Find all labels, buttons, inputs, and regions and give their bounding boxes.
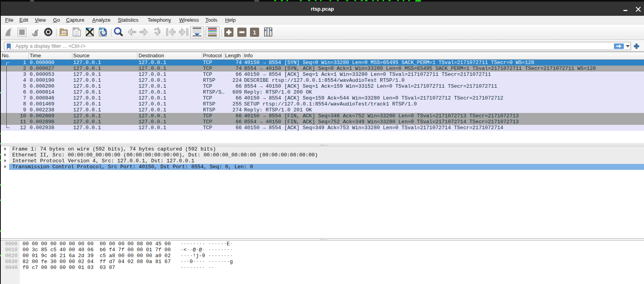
svg-text:0111: 0111 [74, 34, 79, 37]
svg-text:1: 1 [253, 29, 256, 36]
svg-text:0111: 0111 [87, 34, 92, 37]
